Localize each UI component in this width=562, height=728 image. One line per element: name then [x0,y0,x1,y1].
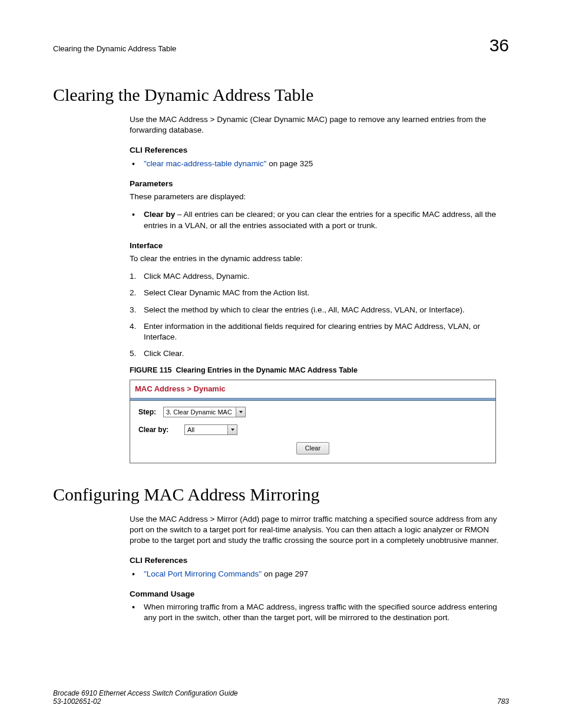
step-item: Select Clear Dynamic MAC from the Action… [130,288,509,298]
interface-intro: To clear the entries in the dynamic addr… [130,253,509,264]
step-label: Step: [138,407,163,417]
interface-heading: Interface [130,241,509,251]
chevron-down-icon [227,425,237,434]
footer-doc-number: 53-1002651-02 [53,697,238,706]
step-item: Select the method by which to clear the … [130,305,509,315]
cli-references-heading: CLI References [130,145,509,156]
step-item: Click MAC Address, Dynamic. [130,271,509,282]
command-usage-heading: Command Usage [130,589,509,599]
figure-number: FIGURE 115 [130,366,172,374]
figure-breadcrumb: MAC Address > Dynamic [130,380,495,398]
chevron-down-icon [236,407,245,417]
section-heading-clearing: Clearing the Dynamic Address Table [53,85,509,105]
page-footer: Brocade 6910 Ethernet Access Switch Conf… [53,689,509,706]
cli-ref-item: "clear mac-address-table dynamic" on pag… [130,159,509,169]
interface-steps: Click MAC Address, Dynamic. Select Clear… [130,271,509,359]
cli-references-heading-2: CLI References [130,555,509,566]
section2-intro: Use the MAC Address > Mirror (Add) page … [130,514,509,546]
section1-intro: Use the MAC Address > Dynamic (Clear Dyn… [130,114,509,136]
step-item: Enter information in the additional fiel… [130,321,509,342]
chapter-number: 36 [490,35,509,55]
cli-ref-tail: on page 325 [266,159,313,168]
clearby-label: Clear by: [138,425,184,434]
command-usage-item: When mirroring traffic from a MAC addres… [130,602,509,623]
step-item: Click Clear. [130,348,509,359]
figure-panel: MAC Address > Dynamic Step: 3. Clear Dyn… [130,380,496,463]
footer-book-title: Brocade 6910 Ethernet Access Switch Conf… [53,689,238,697]
figure-caption: Clearing Entries in the Dynamic MAC Addr… [176,366,358,374]
cli-ref-item: "Local Port Mirroring Commands" on page … [130,569,509,579]
clear-button[interactable]: Clear [296,442,329,454]
cli-ref-link[interactable]: "Local Port Mirroring Commands" [144,569,262,578]
step-select-value: 3. Clear Dynamic MAC [166,408,232,417]
parameters-heading: Parameters [130,179,509,189]
running-title: Clearing the Dynamic Address Table [53,44,176,53]
step-select[interactable]: 3. Clear Dynamic MAC [163,407,246,417]
figure-label-row: FIGURE 115 Clearing Entries in the Dynam… [130,365,509,375]
clearby-select-value: All [187,426,194,434]
cli-ref-tail: on page 297 [262,569,308,578]
section-heading-mirroring: Configuring MAC Address Mirroring [53,485,509,505]
param-lead: Clear by [144,210,175,219]
parameters-intro: These parameters are displayed: [130,192,509,202]
clearby-select[interactable]: All [184,424,237,435]
param-item: Clear by – All entries can be cleared; o… [130,209,509,230]
param-body: – All entries can be cleared; or you can… [144,210,496,229]
footer-page-number: 783 [497,697,509,706]
running-header: Clearing the Dynamic Address Table 36 [53,35,509,55]
cli-ref-link[interactable]: "clear mac-address-table dynamic" [144,159,266,168]
